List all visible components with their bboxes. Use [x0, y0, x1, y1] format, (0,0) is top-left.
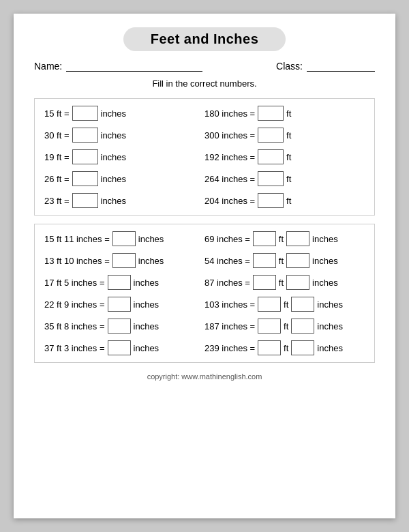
right-col: 192 inches = ft [204, 149, 365, 164]
right-col: 54 inches = ft inches [204, 253, 365, 268]
answer-box-in[interactable] [286, 253, 309, 268]
answer-box[interactable] [72, 193, 98, 208]
table-row: 37 ft 3 inches = inches 239 inches = ft … [44, 340, 365, 355]
class-label: Class: [276, 61, 303, 72]
left-suffix: inches [134, 343, 160, 353]
right-prefix: 69 inches = [204, 234, 250, 244]
left-suffix: inches [138, 234, 164, 244]
left-col: 23 ft = inches [44, 193, 204, 208]
right-col: 239 inches = ft inches [204, 340, 365, 355]
right-mid: ft [284, 321, 288, 331]
right-suffix: ft [286, 152, 291, 162]
left-prefix: 26 ft = [44, 174, 70, 184]
answer-box[interactable] [108, 297, 131, 312]
answer-box-ft[interactable] [253, 253, 276, 268]
answer-box[interactable] [108, 319, 131, 334]
answer-box[interactable] [112, 253, 136, 268]
class-section: Class: [276, 61, 375, 72]
right-suffix: inches [312, 234, 338, 244]
answer-box[interactable] [112, 231, 136, 246]
left-prefix: 37 ft 3 inches = [44, 343, 105, 353]
instruction: Fill in the correct numbers. [34, 78, 375, 89]
right-col: 69 inches = ft inches [204, 231, 365, 246]
title: Feet and Inches [123, 27, 286, 51]
name-class-row: Name: Class: [34, 61, 375, 72]
answer-box-in[interactable] [291, 297, 314, 312]
table-row: 15 ft = inches 180 inches = ft [44, 106, 365, 121]
answer-box[interactable] [108, 275, 131, 290]
answer-box-in[interactable] [291, 340, 314, 355]
name-label: Name: [34, 61, 62, 72]
title-container: Feet and Inches [34, 27, 375, 51]
left-col: 22 ft 9 inches = inches [44, 297, 204, 312]
right-col: 204 inches = ft [204, 193, 365, 208]
left-suffix: inches [101, 130, 127, 141]
table-row: 30 ft = inches 300 inches = ft [44, 128, 365, 143]
right-prefix: 239 inches = [204, 343, 255, 353]
answer-box[interactable] [258, 106, 284, 121]
left-prefix: 30 ft = [44, 130, 70, 141]
answer-box-ft[interactable] [253, 275, 276, 290]
left-prefix: 19 ft = [44, 152, 70, 162]
answer-box[interactable] [258, 193, 284, 208]
left-prefix: 15 ft = [44, 108, 70, 119]
left-col: 19 ft = inches [44, 149, 204, 164]
answer-box[interactable] [108, 340, 131, 355]
left-prefix: 15 ft 11 inches = [44, 234, 110, 244]
answer-box[interactable] [258, 149, 284, 164]
answer-box[interactable] [72, 171, 98, 186]
answer-box-in[interactable] [286, 231, 309, 246]
right-suffix: inches [317, 299, 343, 310]
right-col: 180 inches = ft [204, 106, 365, 121]
right-prefix: 103 inches = [204, 299, 255, 310]
answer-box[interactable] [258, 171, 284, 186]
page: Feet and Inches Name: Class: Fill in the… [14, 14, 395, 518]
left-col: 17 ft 5 inches = inches [44, 275, 204, 290]
section-1: 15 ft = inches 180 inches = ft 30 ft = i… [34, 98, 375, 216]
left-col: 13 ft 10 inches = inches [44, 253, 204, 268]
left-suffix: inches [134, 278, 160, 288]
answer-box[interactable] [72, 149, 98, 164]
name-line[interactable] [66, 61, 202, 72]
right-prefix: 300 inches = [204, 130, 255, 141]
table-row: 35 ft 8 inches = inches 187 inches = ft … [44, 319, 365, 334]
answer-box-in[interactable] [291, 319, 314, 334]
name-section: Name: [34, 61, 202, 72]
right-suffix: inches [317, 343, 343, 353]
answer-box-ft[interactable] [258, 340, 281, 355]
left-suffix: inches [134, 299, 160, 310]
answer-box-ft[interactable] [258, 319, 281, 334]
answer-box[interactable] [258, 128, 284, 143]
table-row: 23 ft = inches 204 inches = ft [44, 193, 365, 208]
right-prefix: 87 inches = [204, 278, 250, 288]
right-suffix: inches [317, 321, 343, 331]
answer-box-in[interactable] [286, 275, 309, 290]
answer-box[interactable] [72, 106, 98, 121]
right-prefix: 264 inches = [204, 174, 255, 184]
answer-box-ft[interactable] [258, 297, 281, 312]
left-suffix: inches [101, 174, 127, 184]
right-prefix: 192 inches = [204, 152, 255, 162]
left-prefix: 17 ft 5 inches = [44, 278, 105, 288]
right-prefix: 204 inches = [204, 196, 255, 206]
left-suffix: inches [101, 152, 127, 162]
left-col: 30 ft = inches [44, 128, 204, 143]
right-suffix: inches [312, 278, 338, 288]
right-mid: ft [279, 234, 284, 244]
right-prefix: 187 inches = [204, 321, 255, 331]
left-prefix: 35 ft 8 inches = [44, 321, 105, 331]
right-mid: ft [284, 299, 288, 310]
left-prefix: 23 ft = [44, 196, 70, 206]
right-suffix: ft [286, 174, 291, 184]
copyright: copyright: www.mathinenglish.com [34, 372, 375, 381]
left-col: 37 ft 3 inches = inches [44, 340, 204, 355]
left-suffix: inches [101, 108, 127, 119]
class-line[interactable] [307, 61, 375, 72]
right-suffix: inches [312, 256, 338, 266]
answer-box[interactable] [72, 128, 98, 143]
answer-box-ft[interactable] [253, 231, 276, 246]
right-prefix: 180 inches = [204, 108, 255, 119]
table-row: 13 ft 10 inches = inches 54 inches = ft … [44, 253, 365, 268]
right-col: 87 inches = ft inches [204, 275, 365, 290]
right-suffix: ft [286, 108, 291, 119]
